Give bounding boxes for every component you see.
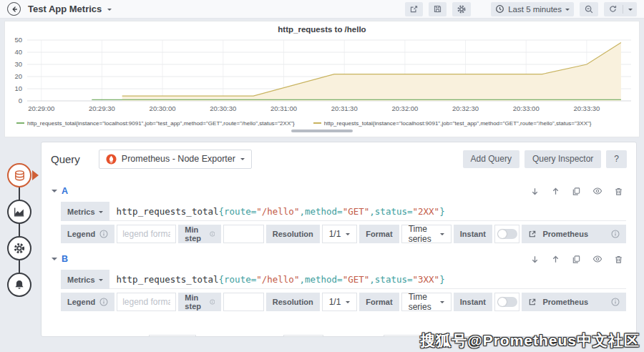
svg-text:20:33:30: 20:33:30 [573, 104, 600, 112]
query-inspector-button[interactable]: Query Inspector [525, 150, 601, 168]
min-step-label-text: Min step [185, 225, 205, 243]
trash-icon[interactable] [614, 187, 623, 196]
eye-icon[interactable] [592, 186, 602, 196]
time-range-picker[interactable]: Last 5 minutes [491, 2, 574, 16]
min-step-input[interactable] [229, 297, 258, 307]
resolution-select[interactable]: 1/1 [322, 225, 358, 243]
move-up-icon[interactable] [551, 255, 560, 264]
format-select[interactable]: Time series [401, 293, 452, 311]
chevron-down-icon [99, 279, 103, 283]
relative-time-input[interactable] [289, 336, 318, 337]
datasource-picker[interactable]: Prometheus - Node Exporter [99, 150, 252, 169]
format-select[interactable]: Time series [401, 225, 452, 243]
external-link-icon [528, 230, 537, 238]
eye-icon[interactable] [592, 254, 602, 264]
zoom-out-button[interactable] [580, 2, 598, 16]
svg-text:20:31:00: 20:31:00 [270, 104, 297, 112]
share-button[interactable] [405, 2, 423, 16]
legend-format-input[interactable] [122, 297, 170, 307]
clock-icon [495, 4, 504, 14]
format-label-text: Format [366, 298, 392, 306]
query-ref-label[interactable]: B [62, 254, 68, 264]
refresh-button[interactable] [604, 2, 637, 16]
top-navbar: Test App Metrics Last 5 minutes [0, 0, 644, 19]
info-icon[interactable] [134, 336, 142, 337]
promql-expression-input[interactable]: http_requests_total{route="/hello",metho… [109, 202, 626, 221]
info-icon[interactable] [99, 298, 108, 306]
legend-item[interactable]: http_requests_total{instance="localhost:… [16, 120, 295, 127]
save-button[interactable] [429, 2, 447, 16]
graph-panel: http_requests to /hello 20:29:0020:29:30… [4, 21, 640, 137]
prometheus-link[interactable]: Prometheus [542, 230, 588, 238]
svg-text:50: 50 [14, 36, 22, 44]
datasource-name: Prometheus - Node Exporter [122, 154, 235, 164]
prometheus-link-cell: Prometheus [522, 293, 626, 311]
collapse-caret-icon[interactable] [52, 258, 57, 263]
refresh-icon [608, 4, 618, 14]
refresh-interval-dropdown[interactable] [628, 9, 633, 13]
promql-expression-input[interactable]: http_requests_total{route="/hello",metho… [109, 270, 626, 289]
prometheus-link[interactable]: Prometheus [542, 298, 588, 306]
resolution-label-text: Resolution [273, 298, 313, 306]
metrics-label: Metrics [67, 275, 95, 284]
sidebar-item-general[interactable] [7, 236, 31, 260]
legend-label-text: Legend [67, 230, 95, 238]
info-icon[interactable] [210, 230, 215, 238]
time-series-chart[interactable]: 20:29:0020:29:3020:30:0020:30:3020:31:00… [5, 35, 639, 119]
share-icon [409, 4, 419, 14]
back-button[interactable] [7, 2, 21, 16]
chevron-down-icon [440, 233, 444, 238]
trash-icon[interactable] [614, 255, 623, 264]
move-down-icon[interactable] [530, 187, 540, 196]
legend-option-label: Legend [61, 225, 114, 243]
arrow-left-icon [10, 5, 19, 14]
move-up-icon[interactable] [551, 187, 560, 196]
info-icon[interactable] [210, 298, 215, 306]
svg-text:20:31:30: 20:31:30 [331, 104, 358, 112]
metrics-dropdown[interactable]: Metrics [61, 270, 109, 289]
sidebar-item-alert[interactable] [7, 273, 31, 297]
chart-legend: http_requests_total{instance="localhost:… [5, 119, 639, 127]
metrics-dropdown[interactable]: Metrics [61, 202, 109, 221]
duplicate-icon[interactable] [572, 187, 581, 196]
time-shift-input[interactable] [389, 336, 418, 337]
svg-text:20:29:30: 20:29:30 [89, 104, 115, 112]
sidebar-item-queries[interactable] [7, 163, 31, 187]
info-icon[interactable] [611, 230, 620, 238]
min-step-input[interactable] [229, 229, 258, 239]
help-button[interactable]: ? [606, 150, 627, 168]
chevron-down-icon [346, 233, 350, 238]
collapse-caret-icon[interactable] [52, 190, 57, 195]
info-icon[interactable] [611, 298, 620, 306]
svg-text:30: 30 [14, 60, 22, 68]
instant-toggle[interactable] [497, 229, 517, 239]
add-query-button[interactable]: Add Query [463, 150, 519, 168]
svg-text:20: 20 [14, 72, 22, 80]
panel-title[interactable]: http_requests to /hello [5, 21, 639, 35]
dashboard-settings-button[interactable] [452, 2, 471, 16]
legend-item[interactable]: http_requests_total{instance="localhost:… [313, 120, 592, 127]
min-time-interval-input[interactable] [155, 336, 190, 337]
query-ref-label[interactable]: A [62, 186, 68, 196]
relative-time-text: Relative time [213, 336, 261, 337]
chevron-down-icon [565, 9, 570, 13]
sidebar-item-visualization[interactable] [7, 200, 31, 224]
legend-label: http_requests_total{instance="localhost:… [27, 120, 295, 127]
resolution-value: 1/1 [329, 297, 341, 307]
svg-text:0: 0 [19, 97, 22, 104]
move-down-icon[interactable] [530, 255, 540, 264]
info-icon[interactable] [99, 230, 108, 238]
legend-format-input[interactable] [122, 229, 170, 239]
duplicate-icon[interactable] [572, 255, 581, 264]
query-row-a: A Metrics http_requests_total{route="/he… [52, 185, 626, 243]
external-link-icon [528, 298, 537, 306]
chevron-down-icon[interactable] [107, 9, 112, 13]
instant-toggle[interactable] [497, 297, 517, 307]
resolution-select[interactable]: 1/1 [322, 293, 358, 311]
dashboard-title[interactable]: Test App Metrics [28, 4, 102, 14]
horizontal-scrollbar[interactable] [291, 129, 353, 132]
relative-time-label: Relative time [206, 336, 283, 337]
legend-marker [16, 122, 24, 124]
chevron-down-icon [346, 301, 350, 305]
divider [623, 5, 623, 14]
